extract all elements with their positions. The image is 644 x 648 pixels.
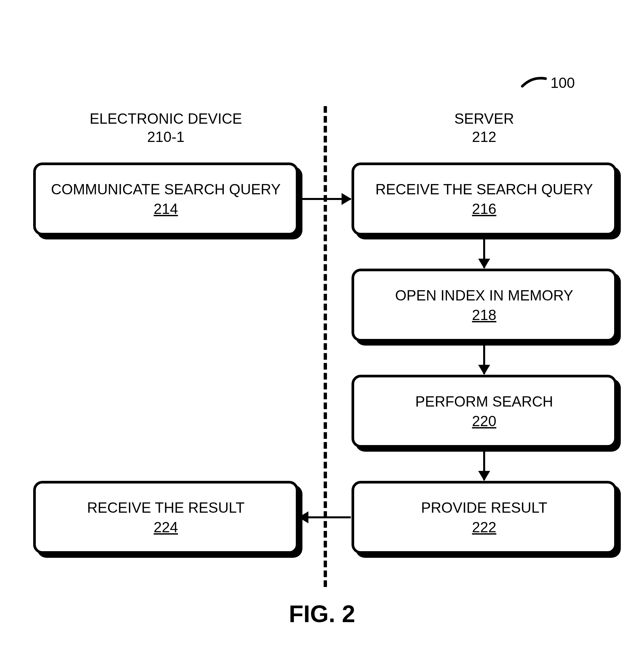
box-number: 216 — [472, 199, 496, 219]
box-provide-result: PROVIDE RESULT 222 — [352, 481, 617, 554]
right-heading-line2: 212 — [352, 128, 617, 146]
arrow-provide-to-receive-result — [299, 516, 351, 518]
reference-tick-icon — [521, 74, 547, 88]
arrowhead-icon — [478, 259, 490, 269]
figure-caption: FIG. 2 — [0, 600, 644, 628]
box-title: RECEIVE THE RESULT — [87, 498, 245, 517]
box-title: PERFORM SEARCH — [415, 392, 553, 411]
box-number: 218 — [472, 305, 496, 325]
left-heading-line2: 210-1 — [33, 128, 299, 146]
box-title: OPEN INDEX IN MEMORY — [395, 285, 573, 305]
box-title: RECEIVE THE SEARCH QUERY — [375, 179, 593, 199]
arrow-perform-to-provide — [483, 450, 485, 480]
box-number: 214 — [154, 199, 178, 219]
box-title: PROVIDE RESULT — [421, 498, 547, 517]
figure-2-diagram: 100 ELECTRONIC DEVICE 210-1 SERVER 212 C… — [0, 0, 644, 648]
box-perform-search: PERFORM SEARCH 220 — [352, 375, 617, 448]
box-number: 222 — [472, 517, 496, 537]
box-receive-result: RECEIVE THE RESULT 224 — [33, 481, 299, 554]
arrow-open-to-perform — [483, 344, 485, 374]
right-column-heading: SERVER 212 — [352, 109, 617, 146]
arrowhead-icon — [478, 471, 490, 481]
box-number: 220 — [472, 411, 496, 431]
right-heading-line1: SERVER — [454, 110, 514, 127]
arrowhead-icon — [478, 365, 490, 375]
arrowhead-icon — [299, 511, 308, 523]
arrow-communicate-to-receive — [301, 198, 351, 200]
arrowhead-icon — [341, 193, 352, 205]
box-title: COMMUNICATE SEARCH QUERY — [51, 179, 281, 199]
box-open-index: OPEN INDEX IN MEMORY 218 — [352, 269, 617, 341]
left-heading-line1: ELECTRONIC DEVICE — [90, 110, 242, 127]
arrow-receive-to-open — [483, 238, 485, 268]
box-receive-search-query: RECEIVE THE SEARCH QUERY 216 — [352, 162, 617, 235]
swimlane-divider — [324, 106, 327, 587]
left-column-heading: ELECTRONIC DEVICE 210-1 — [33, 109, 299, 146]
reference-number: 100 — [550, 74, 575, 91]
box-number: 224 — [154, 517, 178, 537]
box-communicate-search-query: COMMUNICATE SEARCH QUERY 214 — [33, 162, 299, 235]
